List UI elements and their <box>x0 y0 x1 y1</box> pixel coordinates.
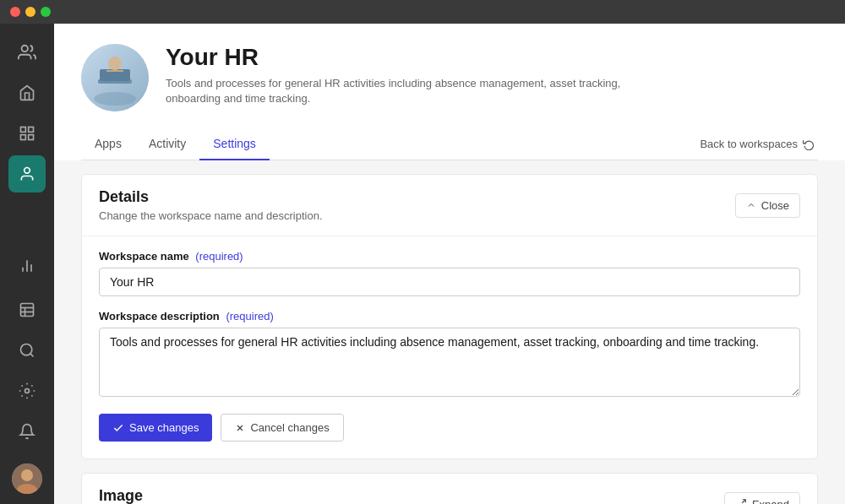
cancel-label: Cancel changes <box>250 421 329 434</box>
image-section: Image Change or set the workspace image.… <box>81 473 818 504</box>
svg-rect-9 <box>21 304 34 317</box>
image-expand-label: Expand <box>752 498 789 505</box>
svg-rect-24 <box>106 70 123 72</box>
workspace-name-group: Workspace name (required) <box>99 250 800 296</box>
svg-point-0 <box>22 46 28 51</box>
sidebar-item-bell[interactable] <box>8 413 46 450</box>
details-header: Details Change the workspace name and de… <box>82 175 817 236</box>
workspace-desc-textarea[interactable] <box>99 328 800 397</box>
fullscreen-traffic-light[interactable] <box>41 7 51 17</box>
svg-rect-1 <box>21 127 26 133</box>
tabs-bar: Apps Activity Settings Back to workspace… <box>81 128 818 160</box>
details-header-left: Details Change the workspace name and de… <box>99 188 323 222</box>
back-to-workspaces-button[interactable]: Back to workspaces <box>696 138 818 150</box>
workspace-name-input[interactable] <box>99 268 800 296</box>
traffic-lights <box>10 7 51 17</box>
tab-activity[interactable]: Activity <box>135 128 199 160</box>
workspace-header: Your HR Tools and processes for general … <box>54 24 845 160</box>
svg-point-17 <box>21 469 33 481</box>
svg-rect-3 <box>21 135 26 140</box>
svg-point-20 <box>94 92 136 106</box>
sidebar-item-grid[interactable] <box>8 115 46 152</box>
sidebar-item-user[interactable] <box>8 155 46 192</box>
image-expand-button[interactable]: Expand <box>724 492 800 505</box>
workspace-desc-group: Workspace description (required) <box>99 310 800 400</box>
expand-arrows-icon <box>735 498 747 504</box>
x-icon <box>235 423 245 433</box>
workspace-description: Tools and processes for general HR activ… <box>166 76 673 106</box>
app-container: Your HR Tools and processes for general … <box>0 24 845 504</box>
details-section: Details Change the workspace name and de… <box>81 174 818 459</box>
chevron-up-icon <box>746 200 756 210</box>
checkmark-icon <box>112 422 124 434</box>
user-avatar[interactable] <box>12 463 42 494</box>
workspace-text: Your HR Tools and processes for general … <box>166 44 673 106</box>
minimize-traffic-light[interactable] <box>25 7 35 17</box>
svg-line-14 <box>30 354 34 357</box>
details-body: Workspace name (required) Workspace desc… <box>82 236 817 458</box>
details-title: Details <box>99 188 323 206</box>
back-arrow-icon <box>803 138 815 150</box>
workspace-desc-required: (required) <box>226 310 273 322</box>
svg-point-13 <box>21 344 32 355</box>
svg-point-5 <box>25 168 30 174</box>
cancel-changes-button[interactable]: Cancel changes <box>221 414 343 442</box>
workspace-name-required: (required) <box>195 250 243 263</box>
sidebar <box>0 24 54 504</box>
workspace-name-label: Workspace name (required) <box>99 250 800 263</box>
sidebar-item-home[interactable] <box>8 74 46 111</box>
svg-rect-2 <box>29 127 34 133</box>
image-header-left: Image Change or set the workspace image. <box>99 487 278 504</box>
sidebar-item-search[interactable] <box>8 332 46 369</box>
tab-settings[interactable]: Settings <box>199 128 270 160</box>
svg-point-23 <box>108 57 122 70</box>
workspace-desc-label: Workspace description (required) <box>99 310 800 322</box>
close-traffic-light[interactable] <box>10 7 20 17</box>
svg-line-27 <box>742 500 745 503</box>
close-button-label: Close <box>761 199 789 212</box>
image-title: Image <box>99 487 278 504</box>
sidebar-item-people[interactable] <box>8 34 46 71</box>
svg-point-15 <box>25 389 30 393</box>
workspace-avatar <box>81 44 149 111</box>
back-button-label: Back to workspaces <box>700 138 798 150</box>
sidebar-item-table[interactable] <box>8 291 46 328</box>
details-description: Change the workspace name and descriptio… <box>99 209 323 222</box>
main-content: Details Change the workspace name and de… <box>54 160 845 504</box>
image-header: Image Change or set the workspace image.… <box>82 474 817 504</box>
content-area: Your HR Tools and processes for general … <box>54 24 845 504</box>
form-actions: Save changes Cancel changes <box>99 414 800 442</box>
save-label: Save changes <box>129 421 199 434</box>
save-changes-button[interactable]: Save changes <box>99 414 212 442</box>
tab-apps[interactable]: Apps <box>81 128 135 160</box>
sidebar-item-settings[interactable] <box>8 372 46 409</box>
details-close-button[interactable]: Close <box>735 193 800 218</box>
workspace-title: Your HR <box>166 44 673 71</box>
svg-rect-4 <box>29 135 34 140</box>
sidebar-item-chart[interactable] <box>8 247 46 285</box>
title-bar <box>0 0 845 24</box>
workspace-info: Your HR Tools and processes for general … <box>81 44 818 111</box>
